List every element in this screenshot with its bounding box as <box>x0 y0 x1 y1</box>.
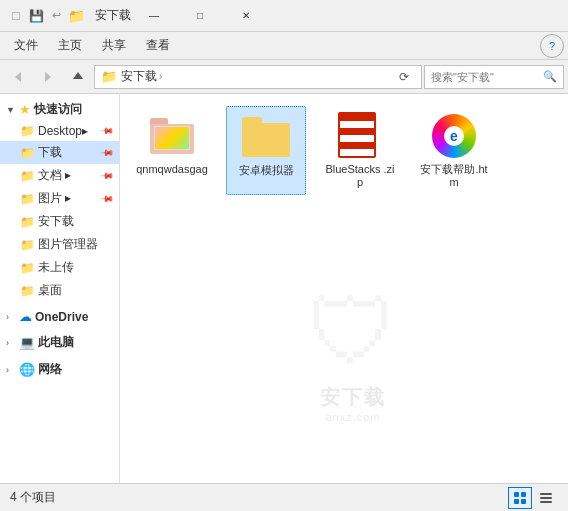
sidebar-item-picmanager[interactable]: 📁 图片管理器 <box>0 233 119 256</box>
save-icon: 💾 <box>28 8 44 24</box>
svg-rect-6 <box>521 499 526 504</box>
help-button[interactable]: ? <box>540 34 564 58</box>
forward-button[interactable] <box>34 64 62 90</box>
sidebar-item-docs[interactable]: 📁 文档 ▸ 📌 <box>0 164 119 187</box>
sidebar-thispc-header[interactable]: › 💻 此电脑 <box>0 331 119 354</box>
file-label-qnmqwda: qnmqwdasgag <box>136 163 208 176</box>
file-label-android: 安卓模拟器 <box>239 164 294 177</box>
pin-icon-pictures: 📌 <box>100 191 115 206</box>
svg-rect-5 <box>514 499 519 504</box>
sidebar-section-thispc: › 💻 此电脑 <box>0 331 119 354</box>
search-box[interactable]: 🔍 <box>424 65 564 89</box>
pin-icon-desktop: 📌 <box>100 124 115 139</box>
folder-icon-downloads: 📁 <box>20 146 34 160</box>
file-item-android[interactable]: 安卓模拟器 <box>226 106 306 195</box>
close-button[interactable]: ✕ <box>223 0 269 32</box>
sidebar-label-notuploaded: 未上传 <box>38 259 113 276</box>
maximize-button[interactable]: □ <box>177 0 223 32</box>
svg-marker-0 <box>15 72 21 82</box>
content-area: 🛡 安下载 anxz.com qnmqwda <box>120 94 568 483</box>
onedrive-icon: ☁ <box>19 309 32 324</box>
svg-marker-1 <box>45 72 51 82</box>
menu-file[interactable]: 文件 <box>4 33 48 58</box>
network-expand-icon: › <box>6 365 16 375</box>
folder-title-icon: 📁 <box>68 8 85 24</box>
folder-icon-anzaixia: 📁 <box>20 215 34 229</box>
network-label: 网络 <box>38 361 62 378</box>
file-item-bluestacks[interactable]: ZIP BlueStacks .zip <box>320 106 400 195</box>
file-item-qnmqwda[interactable]: qnmqwdasgag <box>132 106 212 195</box>
menu-view[interactable]: 查看 <box>136 33 180 58</box>
sidebar-item-anzaixia[interactable]: 📁 安下载 <box>0 210 119 233</box>
folder-icon-desktop2: 📁 <box>20 284 34 298</box>
sidebar-item-desktop2[interactable]: 📁 桌面 <box>0 279 119 302</box>
file-item-help[interactable]: e 安下载帮助.htm <box>414 106 494 195</box>
search-input[interactable] <box>431 71 539 83</box>
title-bar: □ 💾 ↩ 📁 安下载 — □ ✕ <box>0 0 568 32</box>
up-button[interactable] <box>64 64 92 90</box>
sidebar-label-picmanager: 图片管理器 <box>38 236 113 253</box>
folder-icon-desktop: 📁 <box>20 124 34 138</box>
file-icon-bluestacks: ZIP <box>336 112 384 160</box>
sidebar-label-pictures: 图片 ▸ <box>38 190 98 207</box>
undo-icon: ↩ <box>48 8 64 24</box>
sidebar-network-header[interactable]: › 🌐 网络 <box>0 358 119 381</box>
sidebar-section-quickaccess: ▼ ★ 快速访问 📁 Desktop▸ 📌 📁 下载 📌 📁 文档 ▸ 📌 📁 <box>0 98 119 302</box>
menu-home[interactable]: 主页 <box>48 33 92 58</box>
status-item-count: 4 个项目 <box>10 489 508 506</box>
sidebar-item-downloads[interactable]: 📁 下载 📌 <box>0 141 119 164</box>
thispc-label: 此电脑 <box>38 334 74 351</box>
file-icon-qnmqwda <box>148 112 196 160</box>
file-icon-android <box>242 113 290 161</box>
sidebar: ▼ ★ 快速访问 📁 Desktop▸ 📌 📁 下载 📌 📁 文档 ▸ 📌 📁 <box>0 94 120 483</box>
pin-icon-docs: 📌 <box>100 168 115 183</box>
menu-bar: 文件 主页 共享 查看 ? <box>0 32 568 60</box>
refresh-button[interactable]: ⟳ <box>393 66 415 88</box>
main-layout: ▼ ★ 快速访问 📁 Desktop▸ 📌 📁 下载 📌 📁 文档 ▸ 📌 📁 <box>0 94 568 483</box>
view-buttons <box>508 487 558 509</box>
view-grid-button[interactable] <box>508 487 532 509</box>
file-label-bluestacks: BlueStacks .zip <box>324 163 396 189</box>
sidebar-label-downloads: 下载 <box>38 144 98 161</box>
watermark: 🛡 安下载 anxz.com <box>308 281 398 423</box>
back-button[interactable] <box>4 64 32 90</box>
search-icon[interactable]: 🔍 <box>543 70 557 83</box>
watermark-sub: anxz.com <box>325 411 380 423</box>
pin-icon-downloads: 📌 <box>100 145 115 160</box>
status-bar: 4 个项目 <box>0 483 568 511</box>
view-list-button[interactable] <box>534 487 558 509</box>
folder-icon-notuploaded: 📁 <box>20 261 34 275</box>
svg-rect-9 <box>540 501 552 503</box>
sidebar-onedrive-header[interactable]: › ☁ OneDrive <box>0 306 119 327</box>
address-bar[interactable]: 📁 安下载 › ⟳ <box>94 65 422 89</box>
breadcrumb: 安下载 › <box>121 68 389 85</box>
sidebar-label-desktop: Desktop▸ <box>38 124 98 138</box>
window-title: 安下载 <box>89 7 131 24</box>
onedrive-expand-icon: › <box>6 312 16 322</box>
sidebar-section-network: › 🌐 网络 <box>0 358 119 381</box>
watermark-shield-icon: 🛡 <box>308 281 398 384</box>
sidebar-label-desktop2: 桌面 <box>38 282 113 299</box>
folder-icon-docs: 📁 <box>20 169 34 183</box>
menu-share[interactable]: 共享 <box>92 33 136 58</box>
folder-icon-picmanager: 📁 <box>20 238 34 252</box>
breadcrumb-item: 安下载 <box>121 68 157 85</box>
watermark-text: 安下载 <box>320 384 386 411</box>
quickaccess-label: 快速访问 <box>34 101 82 118</box>
star-icon: ★ <box>19 102 31 117</box>
files-grid: qnmqwdasgag 安卓模拟器 <box>128 102 560 199</box>
svg-rect-4 <box>521 492 526 497</box>
svg-marker-2 <box>73 72 83 79</box>
folder-light-icon <box>242 117 290 157</box>
sidebar-item-desktop[interactable]: 📁 Desktop▸ 📌 <box>0 121 119 141</box>
sidebar-item-notuploaded[interactable]: 📁 未上传 <box>0 256 119 279</box>
sidebar-section-onedrive: › ☁ OneDrive <box>0 306 119 327</box>
sidebar-item-pictures[interactable]: 📁 图片 ▸ 📌 <box>0 187 119 210</box>
thispc-expand-icon: › <box>6 338 16 348</box>
computer-icon: 💻 <box>19 335 35 350</box>
minimize-button[interactable]: — <box>131 0 177 32</box>
svg-rect-3 <box>514 492 519 497</box>
sidebar-label-anzaixia: 安下载 <box>38 213 113 230</box>
window-icon: □ <box>8 8 24 24</box>
sidebar-quickaccess-header[interactable]: ▼ ★ 快速访问 <box>0 98 119 121</box>
